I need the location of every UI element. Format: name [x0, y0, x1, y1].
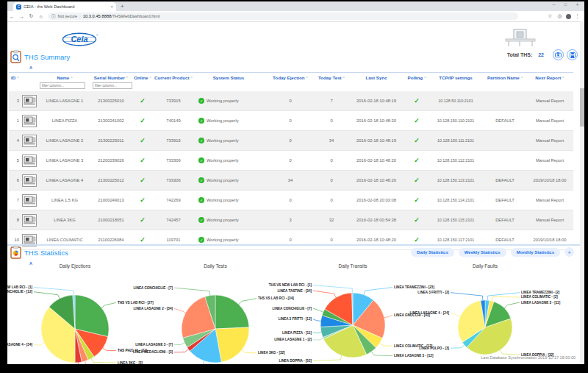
column-header-online[interactable]: Online^: [131, 75, 154, 80]
monthly-statistics-button[interactable]: Monthly Statistics: [511, 248, 560, 257]
ths-summary-icon: [10, 50, 21, 63]
sort-caret-icon[interactable]: ^: [17, 76, 18, 80]
pie-label-leader: [504, 302, 520, 308]
status-ok-icon: ✓: [198, 217, 204, 223]
pie-label-leader: [500, 350, 520, 355]
cell-current-product: 119701: [154, 230, 193, 249]
cell-system-status: ✓Working properly: [193, 191, 265, 210]
home-icon[interactable]: ⌂: [36, 14, 46, 19]
cell-system-status: ✓Working properly: [193, 131, 265, 150]
cell-today-test: 7: [316, 91, 347, 110]
sort-caret-icon[interactable]: ^: [126, 76, 128, 80]
status-label: Working properly: [207, 218, 239, 222]
cell-next-report: Manual Report: [526, 91, 573, 110]
sort-caret-icon[interactable]: ^: [343, 76, 345, 80]
sort-caret-icon[interactable]: ^: [521, 76, 523, 80]
pie-slice[interactable]: [215, 295, 249, 329]
sort-caret-icon[interactable]: ^: [306, 76, 308, 80]
cell-id: 7: [9, 191, 21, 210]
forward-icon[interactable]: →: [17, 14, 26, 19]
table-row[interactable]: 4LINEA LASAGNE 221300225011✓733915✓Worki…: [9, 131, 573, 151]
snapshot-button[interactable]: [553, 49, 564, 60]
column-header-next-report[interactable]: Next Report^: [526, 75, 573, 80]
cell-today-test: 0: [316, 230, 347, 249]
table-row[interactable]: 3LINEA LASAGNE 121300225010✓733915✓Worki…: [9, 91, 573, 111]
tab-title: CEIA - ths Web Dashboard: [24, 4, 109, 9]
column-header-id[interactable]: ID^: [9, 75, 38, 80]
column-header-tcp-ip-settings: TCP/IP settings: [428, 75, 484, 80]
name-filter-input[interactable]: [40, 82, 85, 89]
cell-partition-name: [484, 131, 526, 150]
page-scrollbar[interactable]: [580, 21, 584, 364]
pie-label-leader: [174, 288, 210, 295]
pie-label: LINEA LASAGNE 3 - [7]: [135, 343, 173, 347]
menu-dots-icon[interactable]: ⋮: [573, 13, 582, 19]
address-bar[interactable]: ⓘ Not secure | 10.3.0.45:8888 /THSWebDas…: [48, 13, 518, 20]
profile-avatar[interactable]: [566, 14, 571, 19]
reload-icon[interactable]: ↻: [26, 13, 36, 19]
cell-today-ejection: 0: [265, 131, 316, 150]
info-icon[interactable]: ⓘ: [51, 14, 56, 19]
pie-label-leader: [174, 349, 188, 352]
scrollbar-thumb[interactable]: [580, 88, 584, 127]
cell-serial-number: 21300225010: [91, 91, 131, 110]
cell-id: 6: [9, 171, 21, 190]
tab-strip: C CEIA - ths Web Dashboard × + ─ □ ×: [7, 1, 584, 11]
cell-id: 1: [9, 111, 21, 130]
svg-text:Ceia: Ceia: [71, 35, 87, 43]
new-tab-button[interactable]: +: [121, 3, 124, 10]
serial-filter-input[interactable]: [93, 82, 132, 89]
column-header-name[interactable]: Name^: [38, 75, 91, 80]
table-row[interactable]: 1LINEA PIZZA21300241002✓740149✓Working p…: [9, 111, 573, 131]
table-row[interactable]: 8LINEA 3KG21000218051✓742457✓Working pro…: [9, 210, 573, 230]
table-row[interactable]: 7LINEA 1,5 KG21000249013✓742269✓Working …: [9, 191, 573, 210]
ths-machine-image: [504, 28, 537, 47]
column-header-today-ejection[interactable]: Today Ejection^: [265, 75, 316, 80]
back-icon[interactable]: ←: [7, 14, 17, 19]
column-header-system-status: System Status: [193, 75, 265, 80]
extension-icon[interactable]: ◎: [555, 13, 564, 19]
table-filter-row: [9, 82, 573, 92]
tab-close-icon[interactable]: ×: [110, 4, 113, 9]
table-row[interactable]: 5LINEA LASAGNE 321200239026✓733306✓Worki…: [9, 151, 573, 171]
maximize-button[interactable]: □: [560, 1, 571, 8]
cell-today-ejection: 0: [265, 111, 316, 130]
browser-toolbar: ← → ↻ ⌂ ⓘ Not secure | 10.3.0.45:8888 /T…: [7, 11, 584, 22]
online-check-icon: ✓: [140, 236, 146, 244]
table-row[interactable]: 6LINEA LASAGNE 421300225012✓733306✓Worki…: [9, 171, 573, 191]
column-header-polling[interactable]: Polling^: [406, 75, 428, 80]
status-ok-icon: ✓: [198, 237, 204, 243]
status-label: Working properly: [207, 198, 239, 202]
cell-serial-number: 21100226084: [91, 230, 131, 249]
weekly-statistics-button[interactable]: Weekly Statistics: [459, 248, 506, 257]
status-label: Working properly: [207, 118, 239, 123]
sort-caret-icon[interactable]: ^: [149, 76, 151, 80]
sort-caret-icon[interactable]: ^: [424, 76, 426, 80]
column-header-partition-name[interactable]: Partition Name^: [484, 75, 526, 80]
column-header-serial-number[interactable]: Serial Number^: [91, 75, 131, 80]
bookmark-star-icon[interactable]: ☆: [545, 13, 555, 19]
sort-caret-icon[interactable]: ^: [562, 76, 564, 80]
cell-id: 8: [9, 210, 21, 230]
summary-section-header: THS Summary: [10, 50, 70, 63]
cell-tcpip: 10.128.150.115:2101: [428, 210, 484, 230]
minimize-button[interactable]: ─: [548, 1, 559, 8]
cell-current-product: 733306: [154, 151, 193, 170]
pie-label-leader: [101, 302, 116, 308]
pie-chart-daily-ejections: THS VS LAB RCI - [27]THS PH21 #1 - [11]L…: [7, 283, 145, 364]
sort-caret-icon[interactable]: ^: [71, 76, 72, 80]
status-ok-icon: ✓: [198, 197, 204, 203]
status-ok-icon: ✓: [198, 118, 204, 124]
column-header-current-product[interactable]: Current Product^: [154, 75, 193, 80]
online-check-icon: ✓: [140, 137, 146, 144]
browser-tab[interactable]: C CEIA - ths Web Dashboard ×: [13, 2, 116, 11]
summary-collapse-toggle[interactable]: A: [29, 65, 32, 70]
close-button[interactable]: ×: [572, 1, 583, 8]
last-sync-footer: Last Database Synchronization 2019-10-17…: [481, 355, 576, 360]
cell-name: LINEA LASAGNE 3: [38, 151, 91, 170]
cell-today-test: 34: [316, 131, 347, 150]
daily-statistics-button[interactable]: Daily Statistics: [411, 248, 454, 257]
statistics-extra-button[interactable]: ✳: [564, 247, 574, 257]
save-button[interactable]: [567, 49, 578, 60]
column-header-today-test[interactable]: Today Test^: [316, 75, 347, 80]
